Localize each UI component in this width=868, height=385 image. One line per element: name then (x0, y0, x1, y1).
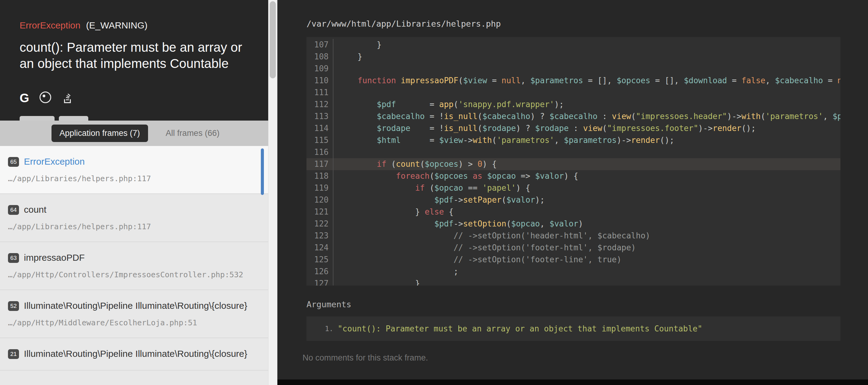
frames-scrollbar-thumb[interactable] (261, 148, 264, 195)
frame-title: impressaoPDF (24, 252, 85, 264)
line-number: 124 (307, 242, 333, 254)
code-text: $rodape = !is_null($rodape) ? $rodape : … (334, 123, 840, 134)
stack-frame-details: /var/www/html/app/Libraries/helpers.php … (277, 0, 868, 385)
code-text (334, 146, 840, 158)
sidebar-scrollbar-track[interactable] (268, 0, 277, 385)
line-number: 120 (307, 194, 333, 206)
frame-path: …/app/Http/Middleware/EscolherLoja.php:5… (8, 318, 255, 327)
code-text: function impressaoPDF($view = null, $par… (334, 75, 840, 86)
frame-index-badge: 21 (8, 349, 19, 359)
code-line: 110 function impressaoPDF($view = null, … (307, 75, 840, 86)
code-text: // ->setOption('footer-line', true) (334, 254, 840, 266)
line-number: 118 (307, 170, 333, 182)
exception-message: count(): Parameter must be an array or a… (20, 39, 246, 72)
duckduckgo-icon[interactable] (39, 92, 51, 104)
header-button-stub (20, 116, 55, 120)
frame-index-badge: 65 (8, 157, 19, 167)
frame-item[interactable]: 52Illuminate\Routing\Pipeline Illuminate… (0, 290, 268, 338)
tab-application-frames[interactable]: Application frames (7) (52, 125, 148, 142)
comments-note: No comments for this stack frame. (303, 353, 840, 363)
exception-class-name: ErrorException (20, 20, 80, 30)
frame-item[interactable]: 21Illuminate\Routing\Pipeline Illuminate… (0, 338, 268, 371)
bottom-bar (277, 380, 868, 385)
frame-title: Illuminate\Routing\Pipeline Illuminate\R… (24, 300, 247, 312)
code-line: 115 $html = $view->with('parametros', $p… (307, 134, 840, 146)
line-number: 119 (307, 182, 333, 194)
code-text: $cabecalho = !is_null($cabecalho) ? $cab… (334, 110, 840, 123)
exception-severity: (E_WARNING) (86, 20, 148, 30)
code-text: // ->setOption('header-html', $cabecalho… (334, 230, 840, 242)
code-line: 113 $cabecalho = !is_null($cabecalho) ? … (307, 110, 840, 123)
argument-item: 1."count(): Parameter must be an array o… (307, 323, 840, 334)
line-number: 115 (307, 134, 333, 146)
line-number: 114 (307, 123, 333, 134)
google-icon[interactable]: G (20, 91, 29, 105)
line-number: 125 (307, 254, 333, 266)
header-button-stub (59, 116, 88, 120)
line-number: 110 (307, 75, 333, 86)
stackoverflow-icon[interactable] (62, 91, 73, 105)
code-view[interactable]: 107 }108 }109110 function impressaoPDF($… (307, 37, 840, 285)
code-text: } (334, 278, 840, 285)
code-text: } else { (334, 206, 840, 218)
frame-path: …/app/Libraries/helpers.php:117 (8, 174, 255, 183)
frame-index-badge: 63 (8, 253, 19, 263)
frame-item[interactable]: 65ErrorException…/app/Libraries/helpers.… (0, 146, 268, 194)
code-line: 126 ; (307, 266, 840, 278)
code-text: } (334, 39, 840, 51)
frame-title: count (24, 204, 46, 215)
code-text: } (334, 51, 840, 63)
frame-title: Illuminate\Routing\Pipeline Illuminate\R… (24, 348, 247, 360)
frame-item[interactable]: 63impressaoPDF…/app/Http/Controllers/Imp… (0, 242, 268, 290)
code-line: 119 if ($opcao == 'papel') { (307, 182, 840, 194)
code-text: $pdf = app('snappy.pdf.wrapper'); (334, 99, 840, 110)
code-text: if (count($opcoes) > 0) { (334, 158, 840, 170)
frame-title: ErrorException (24, 156, 85, 167)
frame-item[interactable]: 64count…/app/Libraries/helpers.php:117 (0, 194, 268, 242)
arguments-label: Arguments (307, 300, 840, 309)
argument-index: 1. (325, 323, 334, 334)
line-number: 121 (307, 206, 333, 218)
line-number: 122 (307, 218, 333, 230)
exception-class-row: ErrorException (E_WARNING) (20, 20, 148, 31)
frame-index-badge: 64 (8, 205, 19, 215)
line-number: 108 (307, 51, 333, 63)
line-number: 109 (307, 63, 333, 75)
line-number: 116 (307, 146, 333, 158)
code-line: 118 foreach($opcoes as $opcao => $valor)… (307, 170, 840, 182)
exception-header: ErrorException (E_WARNING) count(): Para… (0, 0, 268, 120)
code-line: 116 (307, 146, 840, 158)
code-text: if ($opcao == 'papel') { (334, 182, 840, 194)
line-number: 107 (307, 39, 333, 51)
frame-index-badge: 52 (8, 301, 19, 311)
tab-all-frames[interactable]: All frames (66) (164, 128, 222, 138)
code-text (334, 63, 840, 75)
argument-value: "count(): Parameter must be an array or … (338, 323, 703, 334)
search-links-row: G (20, 91, 73, 105)
code-text: $pdf->setPaper($valor); (334, 194, 840, 206)
code-text: foreach($opcoes as $opcao => $valor) { (334, 170, 840, 182)
code-line: 107 } (307, 39, 840, 51)
code-line: 108 } (307, 51, 840, 63)
line-number: 112 (307, 99, 333, 110)
frame-path: …/app/Http/Controllers/ImpressoesControl… (8, 270, 255, 279)
code-line: 127 } (307, 278, 840, 285)
code-line: 125 // ->setOption('footer-line', true) (307, 254, 840, 266)
code-line: 112 $pdf = app('snappy.pdf.wrapper'); (307, 99, 840, 110)
arguments-list: 1."count(): Parameter must be an array o… (307, 316, 840, 341)
code-text: $pdf->setOption($opcao, $valor) (334, 218, 840, 230)
line-number: 127 (307, 278, 333, 285)
code-line: 120 $pdf->setPaper($valor); (307, 194, 840, 206)
code-line: 123 // ->setOption('header-html', $cabec… (307, 230, 840, 242)
code-line: 109 (307, 63, 840, 75)
code-line: 124 // ->setOption('footer-html', $rodap… (307, 242, 840, 254)
sidebar-scrollbar-thumb[interactable] (270, 1, 276, 78)
code-line: 122 $pdf->setOption($opcao, $valor) (307, 218, 840, 230)
line-number: 113 (307, 110, 333, 123)
file-path: /var/www/html/app/Libraries/helpers.php (307, 19, 840, 29)
frames-list: 65ErrorException…/app/Libraries/helpers.… (0, 146, 268, 385)
code-text: $html = $view->with('parametros', $param… (334, 134, 840, 146)
code-line: 111 (307, 86, 840, 99)
exception-sidebar: ErrorException (E_WARNING) count(): Para… (0, 0, 268, 385)
frames-tabs-bar: Application frames (7) All frames (66) (0, 120, 268, 146)
